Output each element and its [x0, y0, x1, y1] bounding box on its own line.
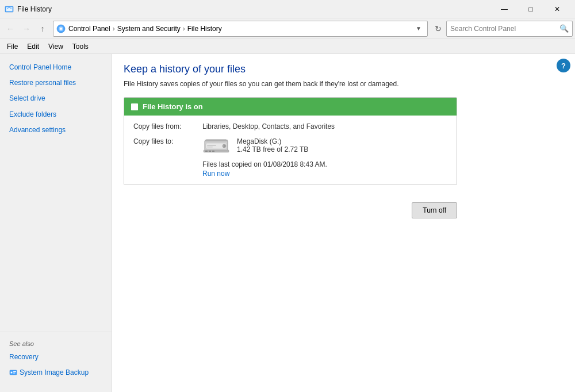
main-container: Control Panel Home Restore personal file…: [0, 54, 575, 392]
close-button[interactable]: ✕: [544, 0, 570, 18]
breadcrumb-control-panel[interactable]: Control Panel: [68, 25, 110, 33]
svg-point-7: [11, 372, 13, 374]
drive-info: MegaDisk (G:) 1.42 TB free of 2.72 TB: [202, 135, 308, 156]
svg-point-5: [60, 28, 62, 30]
drive-name: MegaDisk (G:): [237, 137, 308, 145]
status-header: File History is on: [124, 98, 457, 116]
sidebar-item-control-panel-home[interactable]: Control Panel Home: [0, 60, 112, 75]
see-also-label: See also: [0, 338, 112, 349]
sidebar-item-restore-personal-files[interactable]: Restore personal files: [0, 75, 112, 91]
last-copied-row: Files last copied on 01/08/2018 8:43 AM.: [133, 160, 447, 168]
svg-rect-16: [207, 147, 213, 148]
breadcrumb-system-security[interactable]: System and Security: [117, 25, 181, 33]
sep-1: ›: [113, 25, 115, 33]
maximize-button[interactable]: □: [518, 0, 544, 18]
run-now-link[interactable]: Run now: [133, 170, 447, 178]
status-text: File History is on: [143, 102, 203, 111]
search-input[interactable]: [450, 25, 559, 33]
sidebar-item-system-image-backup[interactable]: System Image Backup: [0, 365, 112, 381]
up-button[interactable]: ↑: [34, 21, 51, 37]
copy-from-row: Copy files from: Libraries, Desktop, Con…: [133, 122, 447, 130]
sidebar-bottom: See also Recovery System Image Backup: [0, 332, 112, 386]
menu-bar: File Edit View Tools: [0, 39, 575, 54]
help-button[interactable]: ?: [557, 59, 570, 72]
drive-details: MegaDisk (G:) 1.42 TB free of 2.72 TB: [237, 137, 308, 153]
address-icon: [56, 24, 66, 34]
turn-off-button[interactable]: Turn off: [412, 202, 457, 218]
menu-tools[interactable]: Tools: [68, 39, 93, 54]
drive-space: 1.42 TB free of 2.72 TB: [237, 145, 308, 153]
title-bar-icon: [5, 5, 14, 14]
page-subtitle: File History saves copies of your files …: [124, 80, 564, 88]
sidebar-item-advanced-settings[interactable]: Advanced settings: [0, 122, 112, 138]
breadcrumb-current: File History: [187, 25, 222, 33]
status-indicator: [131, 103, 138, 110]
copy-to-label: Copy files to:: [133, 135, 202, 156]
svg-rect-20: [212, 151, 214, 152]
address-crumb: Control Panel › System and Security › Fi…: [68, 25, 222, 33]
forward-button[interactable]: →: [18, 21, 34, 37]
svg-rect-18: [205, 151, 208, 152]
menu-view[interactable]: View: [44, 39, 68, 54]
sidebar: Control Panel Home Restore personal file…: [0, 54, 112, 392]
sidebar-item-exclude-folders[interactable]: Exclude folders: [0, 107, 112, 122]
sep-2: ›: [183, 25, 185, 33]
status-body: Copy files from: Libraries, Desktop, Con…: [124, 116, 457, 185]
address-dropdown-button[interactable]: ▼: [412, 21, 425, 36]
copy-from-value: Libraries, Desktop, Contacts, and Favori…: [202, 122, 335, 130]
svg-rect-15: [207, 145, 216, 146]
svg-rect-9: [13, 373, 15, 374]
menu-edit[interactable]: Edit: [22, 39, 44, 54]
menu-file[interactable]: File: [2, 39, 22, 54]
page-title: Keep a history of your files: [124, 63, 564, 75]
drive-icon: [202, 135, 230, 156]
svg-rect-2: [6, 7, 12, 11]
title-bar-controls: — □ ✕: [491, 0, 570, 18]
nav-bar: ← → ↑ Control Panel › System and Securit…: [0, 18, 575, 39]
svg-rect-11: [205, 140, 228, 141]
title-bar: File History — □ ✕: [0, 0, 575, 18]
back-button[interactable]: ←: [2, 21, 18, 37]
status-box: File History is on Copy files from: Libr…: [124, 97, 457, 185]
search-icon: 🔍: [559, 24, 569, 33]
svg-rect-19: [209, 151, 211, 152]
sidebar-item-recovery[interactable]: Recovery: [0, 349, 112, 365]
search-bar: 🔍: [446, 21, 573, 37]
sidebar-item-select-drive[interactable]: Select drive: [0, 91, 112, 106]
copy-to-section: Copy files to:: [133, 135, 447, 156]
svg-rect-8: [13, 371, 16, 372]
minimize-button[interactable]: —: [491, 0, 518, 18]
refresh-button[interactable]: ↻: [430, 21, 446, 37]
svg-point-14: [224, 145, 225, 147]
copy-from-label: Copy files from:: [133, 122, 202, 130]
window-title: File History: [17, 5, 491, 13]
system-image-backup-icon: [9, 368, 17, 376]
system-image-backup-label: System Image Backup: [20, 367, 89, 378]
address-bar: Control Panel › System and Security › Fi…: [53, 21, 428, 37]
content-area: ? Keep a history of your files File Hist…: [112, 54, 575, 392]
